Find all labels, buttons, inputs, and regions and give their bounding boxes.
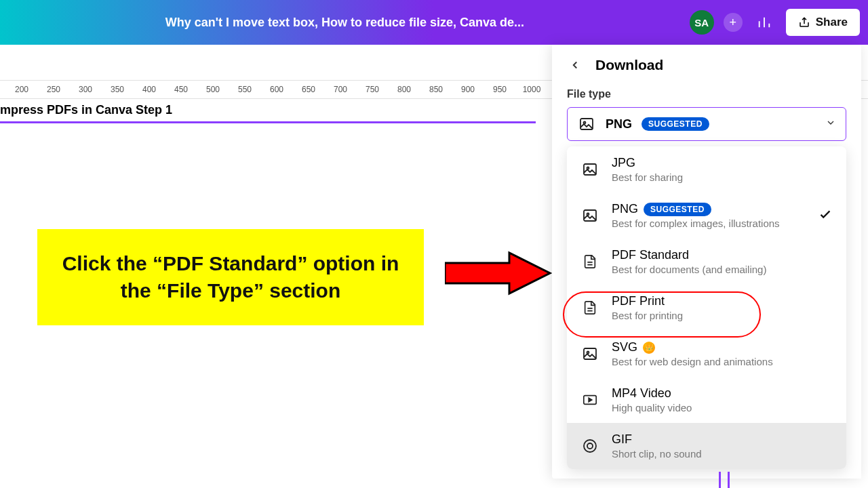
option-subtitle: Best for documents (and emailing) <box>612 264 833 275</box>
ruler-tick: 500 <box>206 85 220 94</box>
page-boundary-mark <box>719 472 730 488</box>
panel-header: Download <box>552 45 861 85</box>
file-type-option-gif[interactable]: GIF Short clip, no sound <box>567 423 846 469</box>
file-type-option-jpg[interactable]: JPG Best for sharing <box>567 146 846 192</box>
ruler-tick: 550 <box>238 85 252 94</box>
gif-icon <box>580 438 599 454</box>
back-button[interactable] <box>567 57 583 73</box>
check-icon <box>818 207 833 224</box>
svg-rect-7 <box>584 348 596 359</box>
file-type-dropdown: JPG Best for sharingPNG SUGGESTEDBest fo… <box>567 146 846 469</box>
ruler-tick: 300 <box>79 85 92 94</box>
option-title: SVG 👑 <box>612 340 833 354</box>
file-type-option-pdf-standard[interactable]: PDF Standard Best for documents (and ema… <box>567 239 846 285</box>
ruler-tick: 450 <box>174 85 188 94</box>
header-actions: SA + Share <box>690 9 860 36</box>
svg-rect-1 <box>580 119 593 129</box>
ruler-tick: 850 <box>429 85 443 94</box>
option-subtitle: Best for printing <box>612 310 833 321</box>
ruler-tick: 350 <box>111 85 124 94</box>
image-icon <box>580 161 599 178</box>
image-icon <box>577 116 596 132</box>
ruler-tick: 600 <box>270 85 283 94</box>
option-title: PDF Print <box>612 294 833 308</box>
share-icon <box>798 16 810 28</box>
option-subtitle: Short clip, no sound <box>612 448 833 460</box>
add-collaborator-button[interactable]: + <box>724 13 743 32</box>
svg-rect-3 <box>584 164 596 175</box>
option-title: PNG SUGGESTED <box>612 202 833 216</box>
option-title: PDF Standard <box>612 248 833 262</box>
instruction-callout: Click the “PDF Standard” option in the “… <box>37 229 424 325</box>
svg-marker-0 <box>445 253 550 293</box>
panel-title: Download <box>595 57 663 73</box>
ruler-tick: 250 <box>47 85 60 94</box>
option-subtitle: High quality video <box>612 402 833 413</box>
chevron-down-icon <box>825 117 836 131</box>
file-type-select[interactable]: PNG SUGGESTED <box>567 107 846 141</box>
ruler-tick: 1000 <box>523 85 541 94</box>
page-title: mpress PDFs in Canva Step 1 <box>0 103 172 117</box>
page-header: mpress PDFs in Canva Step 1 <box>0 99 536 123</box>
ruler-tick: 800 <box>397 85 411 94</box>
topbar: Why can't I move text box, How to reduce… <box>0 0 868 45</box>
video-icon <box>580 392 599 407</box>
analytics-icon[interactable] <box>752 10 776 35</box>
file-type-option-mp4-video[interactable]: MP4 Video High quality video <box>567 377 846 423</box>
suggested-badge: SUGGESTED <box>642 117 709 131</box>
suggested-badge: SUGGESTED <box>644 203 711 216</box>
option-subtitle: Best for web design and animations <box>612 356 833 367</box>
file-type-option-svg[interactable]: SVG 👑Best for web design and animations <box>567 331 846 377</box>
select-value: PNG <box>606 117 632 131</box>
callout-text: Click the “PDF Standard” option in the “… <box>51 250 410 305</box>
ruler-tick: 900 <box>461 85 475 94</box>
chevron-left-icon <box>569 59 581 71</box>
file-type-option-png[interactable]: PNG SUGGESTEDBest for complex images, il… <box>567 192 846 239</box>
ruler-tick: 650 <box>302 85 315 94</box>
file-type-label: File type <box>552 85 861 107</box>
ruler-tick: 950 <box>493 85 507 94</box>
svg-point-10 <box>584 440 596 452</box>
doc-icon <box>580 253 599 270</box>
share-button[interactable]: Share <box>786 9 860 36</box>
download-panel: Download File type PNG SUGGESTED JPG Bes… <box>552 45 861 479</box>
avatar[interactable]: SA <box>690 10 714 35</box>
premium-icon: 👑 <box>643 342 655 354</box>
arrow-annotation <box>445 249 553 297</box>
svg-point-11 <box>587 443 593 449</box>
document-title[interactable]: Why can't I move text box, How to reduce… <box>0 16 690 30</box>
ruler-tick: 400 <box>142 85 156 94</box>
option-title: GIF <box>612 432 833 447</box>
ruler-tick: 700 <box>334 85 347 94</box>
option-subtitle: Best for complex images, illustrations <box>612 218 833 229</box>
svg-rect-5 <box>584 210 596 221</box>
ruler-tick: 750 <box>366 85 379 94</box>
image-icon <box>580 207 599 224</box>
doc-icon <box>580 300 599 316</box>
share-label: Share <box>816 16 848 29</box>
image-icon <box>580 346 599 362</box>
option-title: MP4 Video <box>612 386 833 401</box>
option-subtitle: Best for sharing <box>612 171 833 183</box>
option-title: JPG <box>612 156 833 170</box>
ruler-tick: 200 <box>15 85 28 94</box>
file-type-option-pdf-print[interactable]: PDF Print Best for printing <box>567 285 846 331</box>
